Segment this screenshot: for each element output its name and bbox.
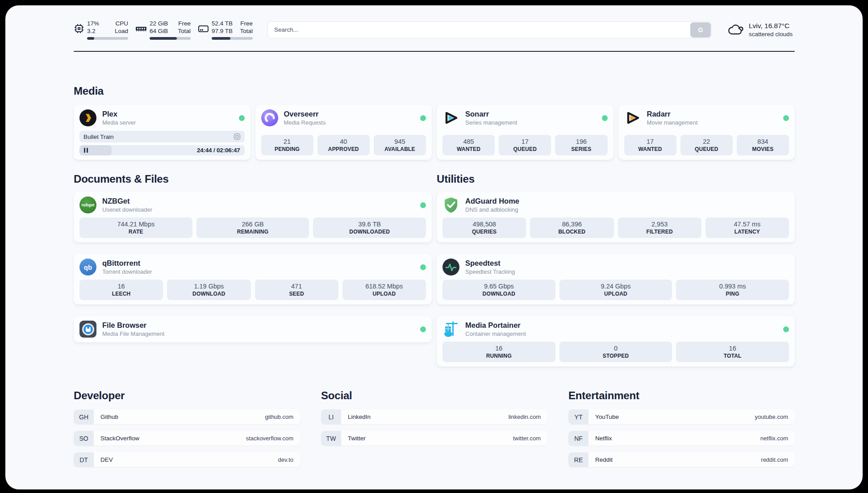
weather-condition: scattered clouds [749,30,793,38]
ram-icon [135,23,147,34]
section-title-media: Media [74,84,795,98]
bookmark-name: Twitter [348,435,366,442]
weather-location-temp: Lviv, 16.87°C [749,21,793,30]
app-name: Sonarr [465,109,517,118]
cpu-load-label: Load [115,27,128,35]
stat-pill: 266 GBREMAINING [196,217,309,238]
media-grid: Plex Media server Bullet Train 24:44 / 0… [74,105,795,160]
app-card-adguard[interactable]: AdGuard Home DNS and adblocking 498,508Q… [437,192,795,242]
bookmark-group-social: Social LI LinkedIn linkedin.com TW Twitt… [321,389,547,467]
app-name: File Browser [102,321,164,330]
stat-pill: 21PENDING [261,135,313,155]
bookmark-dev[interactable]: DT DEV dev.to [74,452,300,467]
stat-pill: 16TOTAL [676,342,789,362]
filebrowser-icon [79,321,96,338]
status-online-dot [420,115,426,121]
cpu-icon [74,23,84,34]
app-card-speedtest[interactable]: Speedtest Speedtest Tracking 9.65 GbpsDO… [437,254,795,305]
status-online-dot [239,115,245,121]
bookmark-url: twitter.com [513,435,541,442]
portainer-icon [442,321,459,338]
bookmark-netflix[interactable]: NF Netflix netflix.com [568,431,795,446]
bookmark-linkedin[interactable]: LI LinkedIn linkedin.com [321,409,547,424]
stat-pill: 471SEED [255,280,338,300]
stat-pill: 834MOVIES [737,135,789,155]
bookmark-url: github.com [265,414,293,420]
app-name: Radarr [647,109,698,118]
header-divider [74,51,795,52]
app-card-sonarr[interactable]: Sonarr Series management 485WANTED 17QUE… [437,105,613,160]
status-online-dot [420,202,426,208]
section-title-entertainment: Entertainment [568,389,795,402]
cloud-icon [728,24,744,36]
header-bar: 17%CPU 3.2Load 22 GiBFree 64 GiBTotal [74,20,795,40]
bookmark-name: Github [100,414,118,420]
bookmark-youtube[interactable]: YT YouTube youtube.com [568,409,795,424]
bookmark-name: Netflix [595,435,612,442]
disk-total-label: Total [240,27,253,35]
app-subtitle: DNS and adblocking [465,206,519,213]
stat-pill: 22QUEUED [680,135,733,155]
bookmark-abbr-badge: TW [321,431,341,446]
bookmark-abbr-badge: LI [321,409,341,424]
stat-pill: 16LEECH [79,280,163,300]
stat-pill: 9.24 GbpsUPLOAD [559,280,672,300]
app-card-filebrowser[interactable]: File Browser Media File Management [74,316,432,343]
app-subtitle: Media Requests [284,119,326,126]
stat-pill: 40APPROVED [317,135,370,155]
utilities-column: Utilities [437,172,795,367]
ram-stat: 22 GiBFree 64 GiBTotal [135,20,191,40]
bookmark-name: DEV [100,456,113,463]
app-card-nzbget[interactable]: nzbget NZBGet Usenet downloader 744.21 M… [74,192,432,242]
bookmark-url: stackoverflow.com [246,435,293,442]
bookmark-github[interactable]: GH Github github.com [74,409,300,424]
app-name: NZBGet [102,196,152,205]
app-name: Media Portainer [465,321,526,330]
stat-pill: 744.21 MbpsRATE [79,217,192,238]
now-playing-title: Bullet Train [83,134,114,140]
stat-pill: 485WANTED [442,135,495,155]
bookmark-url: linkedin.com [509,414,541,420]
app-card-plex[interactable]: Plex Media server Bullet Train 24:44 / 0… [74,105,250,160]
stat-pill: 1.19 GbpsDOWNLOAD [167,280,250,300]
cpu-label: CPU [115,20,128,27]
ram-free-value: 22 GiB [150,20,168,27]
app-card-portainer[interactable]: Media Portainer Container management 16R… [437,316,795,367]
stat-pill: 2,953FILTERED [618,217,701,238]
search-bar: G [267,21,712,38]
pause-icon [84,148,88,153]
bookmark-url: youtube.com [755,414,788,420]
bookmark-group-developer: Developer GH Github github.com SO StackO… [74,389,300,467]
app-name: Speedtest [465,259,515,267]
search-engine-button[interactable]: G [690,22,711,38]
session-icon [234,133,241,140]
dashboard-page: 17%CPU 3.2Load 22 GiBFree 64 GiBTotal [5,5,863,489]
app-subtitle: Container management [465,330,526,338]
bookmark-twitter[interactable]: TW Twitter twitter.com [321,431,547,446]
bookmark-name: LinkedIn [348,414,371,420]
bookmark-stackoverflow[interactable]: SO StackOverflow stackoverflow.com [74,431,300,446]
app-card-qbittorrent[interactable]: qb qBittorrent Torrent downloader 16LEEC… [74,254,432,305]
sonarr-icon [442,109,459,126]
section-title-developer: Developer [74,389,300,402]
app-card-radarr[interactable]: Radarr Movie management 17WANTED 22QUEUE… [618,105,795,160]
disk-total-value: 97.9 TB [212,27,233,35]
app-card-overseerr[interactable]: Overseerr Media Requests 21PENDING 40APP… [255,105,432,160]
disk-free-label: Free [240,20,253,27]
search-input[interactable] [267,21,712,38]
app-name: Plex [102,109,136,118]
documents-column: Documents & Files nzbget NZBGet Usenet d… [74,172,432,367]
bookmark-url: netflix.com [760,435,788,442]
playback-progress-bar: 24:44 / 02:06:47 [79,145,245,155]
bookmark-url: dev.to [278,456,293,463]
app-subtitle: Usenet downloader [102,206,152,213]
cpu-load-value: 3.2 [87,27,96,35]
bookmark-abbr-badge: YT [568,409,588,424]
qbittorrent-icon: qb [79,259,96,276]
plex-icon [79,109,96,126]
disk-progress-fill [212,37,230,40]
bookmark-reddit[interactable]: RE Reddit reddit.com [568,452,795,467]
adguard-icon [442,196,459,213]
app-name: Overseerr [284,109,326,118]
bookmark-abbr-badge: DT [74,452,94,467]
